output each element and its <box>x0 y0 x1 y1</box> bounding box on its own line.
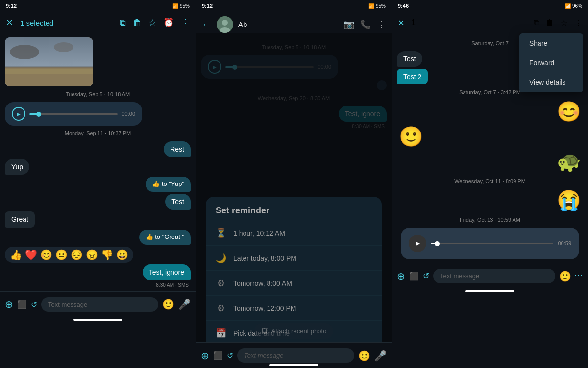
test-bubble-1: Test <box>165 194 191 210</box>
crying-sticker: 😭 <box>555 187 583 213</box>
context-menu: Share Forward View details <box>519 33 583 92</box>
smile-reaction[interactable]: 😊 <box>40 249 52 261</box>
test-bubble-s3: Test <box>397 51 422 67</box>
delete-icon-3[interactable]: 🗑 <box>546 18 554 27</box>
svg-rect-2 <box>5 69 93 74</box>
sticker-icon-1[interactable]: ⬛ <box>17 300 27 309</box>
svg-rect-5 <box>5 66 93 68</box>
waveform-3 <box>431 243 553 244</box>
sticker-cry-outgoing: 😭 <box>555 189 583 212</box>
neutral-reaction[interactable]: 😐 <box>55 249 68 261</box>
play-button-1[interactable]: ▶ <box>12 107 25 121</box>
voice-large[interactable]: ▶ 00:59 <box>401 228 579 259</box>
great-bubble[interactable]: Great <box>5 211 35 227</box>
signal-icon-3: 📶 <box>565 3 571 9</box>
svg-point-3 <box>10 45 39 59</box>
status-time-2: 9:12 <box>202 3 213 9</box>
date-divider-2: Monday, Sep 11 · 10:37 PM <box>5 128 191 139</box>
emoji-icon-1[interactable]: 🙂 <box>162 298 174 310</box>
status-bar-2: 9:12 📶 95% <box>196 0 392 12</box>
smirk-sticker: 🙂 <box>397 124 425 149</box>
back-button[interactable]: ← <box>202 19 212 30</box>
date-divider-s3-4: Friday, Oct 13 · 10:59 AM <box>397 214 583 226</box>
image-message <box>5 37 93 86</box>
add-icon-1[interactable]: ⊕ <box>5 298 13 310</box>
heart-reaction[interactable]: ❤️ <box>25 249 37 261</box>
action-bar-3: ✕ 1 ⧉ 🗑 ☆ ⋮ <box>392 12 588 33</box>
signal-icon-2: 📶 <box>368 3 374 9</box>
waveform-1 <box>29 113 118 115</box>
mic-icon-1[interactable]: 🎤 <box>178 298 191 310</box>
battery-icon-2: 95% <box>376 3 386 9</box>
header-icons: 📷 📞 ⋮ <box>343 19 386 30</box>
home-indicator-2 <box>270 364 318 366</box>
star-icon-3[interactable]: ☆ <box>561 18 567 27</box>
copy-icon[interactable]: ⧉ <box>120 18 126 28</box>
react-great-bubble: 👍 to "Great " <box>139 230 191 245</box>
sms-label-1: 8:30 AM · SMS <box>156 282 191 288</box>
selected-count-1: 1 selected <box>20 19 113 27</box>
grin-reaction[interactable]: 😀 <box>116 249 128 261</box>
date-divider-1: Tuesday, Sep 5 · 10:18 AM <box>5 88 191 100</box>
mic-icon-2[interactable]: 🎤 <box>374 350 387 362</box>
sad-reaction[interactable]: 😔 <box>71 249 83 261</box>
status-icons-1: 📶 95% <box>172 3 190 9</box>
emoji-icon-2[interactable]: 🙂 <box>358 350 370 362</box>
text-input-2[interactable]: Text message <box>237 348 354 363</box>
forward-menu-item[interactable]: Forward <box>519 53 583 73</box>
view-details-menu-item[interactable]: View details <box>519 73 583 92</box>
thumbsdown-reaction[interactable]: 👎 <box>101 249 113 261</box>
voice-duration-3: 00:59 <box>558 240 571 246</box>
battery-icon-3: 96% <box>572 3 582 9</box>
home-indicator-1 <box>74 319 122 321</box>
share-menu-item[interactable]: Share <box>519 33 583 53</box>
smile-sticker: 😊 <box>555 99 583 124</box>
input-bar-3: ⊕ ⬛ ↺ Text message 🙂 〰 <box>392 263 588 289</box>
emoji-icon-3[interactable]: 🙂 <box>559 270 571 282</box>
call-icon[interactable]: 📞 <box>360 19 371 30</box>
sticker-smile-outgoing: 😊 <box>555 100 583 123</box>
add-icon-2[interactable]: ⊕ <box>201 350 209 362</box>
play-button-3[interactable]: ▶ <box>409 235 426 252</box>
reaction-bar: 👍 ❤️ 😊 😐 😔 😠 👎 😀 <box>5 247 133 263</box>
voice-message-1[interactable]: ▶ 00:00 <box>5 102 142 126</box>
input-bar-1: ⊕ ⬛ ↺ Text message 🙂 🎤 <box>0 291 196 317</box>
phone-screen-3: 9:46 📶 96% ✕ 1 ⧉ 🗑 ☆ ⋮ Share Forward Vie… <box>392 0 588 368</box>
video-icon[interactable]: 📷 <box>343 19 354 30</box>
waveform-icon-3[interactable]: 〰 <box>575 272 583 281</box>
sticker-icon-2[interactable]: ⬛ <box>213 351 223 360</box>
phone-screen-2: 9:12 📶 95% ← Ab 📷 📞 ⋮ <box>196 0 392 368</box>
status-icons-2: 📶 95% <box>368 3 386 9</box>
sticker-icon-3[interactable]: ⬛ <box>409 271 419 281</box>
reply-icon-3[interactable]: ↺ <box>423 271 429 281</box>
turtle-sticker: 🐢 <box>555 149 583 174</box>
more-icon[interactable]: ⋮ <box>181 17 190 28</box>
messages-area-1: Tuesday, Sep 5 · 10:18 AM ▶ 00:00 Monday… <box>0 33 196 291</box>
angry-reaction[interactable]: 😠 <box>86 249 98 261</box>
thumbsup-reaction[interactable]: 👍 <box>10 249 22 261</box>
status-time-1: 9:12 <box>6 3 17 9</box>
reminder-icon[interactable]: ⏰ <box>163 17 174 28</box>
reply-icon-1[interactable]: ↺ <box>31 300 37 309</box>
close-icon[interactable]: ✕ <box>6 17 13 28</box>
star-icon[interactable]: ☆ <box>148 17 156 28</box>
svg-point-7 <box>222 20 228 26</box>
test2-bubble-s3[interactable]: Test 2 <box>397 69 428 84</box>
add-icon-3[interactable]: ⊕ <box>397 270 405 282</box>
delete-icon[interactable]: 🗑 <box>133 18 142 28</box>
copy-icon-3[interactable]: ⧉ <box>534 18 539 27</box>
more-icon-3[interactable]: ⋮ <box>574 18 582 27</box>
text-input-3[interactable]: Text message <box>433 269 555 283</box>
selected-count-3: 1 <box>411 18 416 27</box>
voice-duration-1: 00:00 <box>122 111 135 117</box>
date-divider-s3-3: Wednesday, Oct 11 · 8:09 PM <box>397 175 583 187</box>
home-indicator-3 <box>466 290 514 292</box>
status-bar-3: 9:46 📶 96% <box>392 0 588 12</box>
more-header-icon[interactable]: ⋮ <box>377 19 386 30</box>
phone-screen-1: 9:12 📶 95% ✕ 1 selected ⧉ 🗑 ☆ ⏰ ⋮ <box>0 0 196 368</box>
signal-icon: 📶 <box>172 3 178 9</box>
reply-icon-2[interactable]: ↺ <box>227 351 233 360</box>
text-input-1[interactable]: Text message <box>41 297 158 312</box>
close-icon-3[interactable]: ✕ <box>398 18 404 27</box>
svg-point-4 <box>54 42 74 52</box>
